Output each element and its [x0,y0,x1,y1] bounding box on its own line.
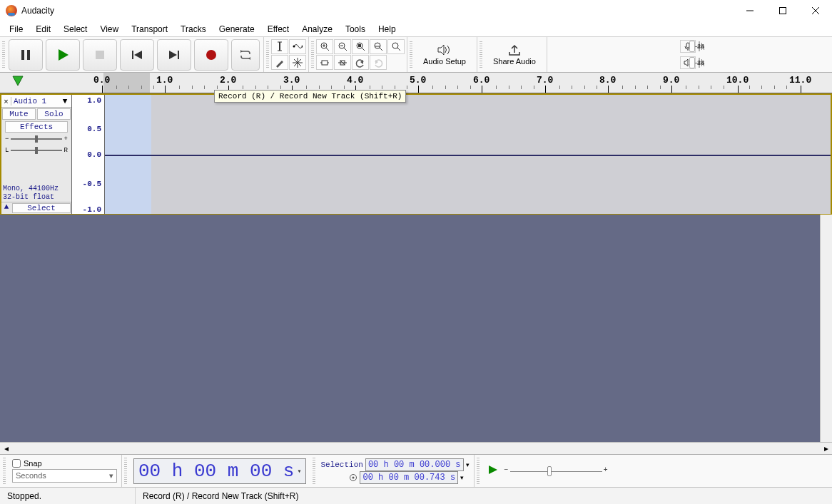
track-select-button[interactable]: Select [12,203,71,213]
toolbar-grip[interactable] [410,41,412,68]
selection-end-readout[interactable]: 00 h 00 m 00.743 s [360,471,458,484]
svg-line-32 [344,48,347,51]
snap-units-select[interactable]: Seconds▾ [12,469,117,483]
transport-toolbar [0,37,264,72]
time-position-readout[interactable]: 00 h 00 m 00 s▾ [133,458,306,484]
pause-button[interactable] [9,39,43,71]
timeline-selection [103,73,150,93]
bottom-toolbar: Snap Seconds▾ 00 h 00 m 00 s▾ Selection … [0,454,832,487]
statusbar: Stopped. Record (R) / Record New Track (… [0,487,832,504]
svg-rect-4 [21,50,24,60]
track-name[interactable]: Audio 1 [11,97,59,106]
undo-icon[interactable] [352,55,369,70]
edit-toolbar [309,37,407,72]
playback-meter-thumb[interactable] [689,57,695,68]
selection-tool-icon[interactable] [271,39,288,54]
selection-label: Selection [320,461,362,469]
timeline-tick: 7.0 [537,75,553,86]
vertical-scrollbar[interactable] [820,215,832,442]
toolbar-grip[interactable] [480,41,482,68]
draw-tool-icon[interactable] [271,55,288,70]
toolbar-grip[interactable] [2,41,5,68]
play-at-speed-button[interactable] [487,464,499,478]
play-button[interactable] [46,39,80,71]
record-meter-thumb[interactable] [689,41,695,52]
svg-marker-51 [13,76,23,86]
skip-start-button[interactable] [120,39,154,71]
silence-icon[interactable] [334,55,351,70]
multi-tool-icon[interactable] [289,55,306,70]
timeline-tick: 9.0 [663,75,679,86]
svg-rect-7 [96,51,104,59]
menu-tracks[interactable]: Tracks [174,21,213,36]
track-menu-dropdown[interactable]: ▼ [59,97,71,106]
envelope-tool-icon[interactable] [289,39,306,54]
svg-marker-14 [248,57,250,60]
record-button[interactable] [194,39,228,71]
selection-start-readout[interactable]: 00 h 00 m 00.000 s [365,458,464,471]
toolbar-grip[interactable] [266,41,269,68]
record-meter[interactable]: L R -48 -24 [680,40,700,53]
pan-slider[interactable]: LR [1,145,71,156]
playback-meter-track[interactable]: L R -48 -24 [699,58,700,68]
toolbar-grip[interactable] [3,458,6,485]
toolbar-grip[interactable] [477,458,480,485]
tracks-panel-empty[interactable] [0,215,832,442]
timeline-tick: 5.0 [410,75,426,86]
record-meter-track[interactable]: L R -48 -24 [699,41,700,51]
menu-analyze[interactable]: Analyze [295,21,339,36]
playback-speed-slider[interactable]: −+ [504,464,608,478]
selection-section: Selection 00 h 00 m 00.000 s▾ 00 h 00 m … [320,455,474,487]
svg-line-38 [362,48,365,51]
zoom-toggle-icon[interactable] [387,39,405,54]
fit-project-icon[interactable] [370,39,387,54]
zoom-out-icon[interactable] [334,39,351,54]
audio-setup-button[interactable]: Audio Setup [415,44,475,66]
solo-button[interactable]: Solo [37,108,71,120]
collapse-icon[interactable]: ▲ [1,202,11,214]
timeline-tick: 10.0 [726,75,749,86]
minimize-button[interactable] [734,0,766,21]
toolbar-grip[interactable] [124,458,127,485]
menu-select[interactable]: Select [57,21,93,36]
gain-slider[interactable]: −+ [1,133,71,145]
menu-effect[interactable]: Effect [261,21,295,36]
waveform-centerline [105,155,831,156]
trim-icon[interactable] [316,55,333,70]
maximize-button[interactable] [766,0,799,21]
playhead-pin-icon[interactable] [12,76,24,87]
amplitude-scale[interactable]: 1.0 0.5 0.0 -0.5 -1.0 [72,95,105,214]
playback-meter[interactable]: L R -48 -24 [680,56,700,69]
menu-view[interactable]: View [93,21,125,36]
skip-end-button[interactable] [157,39,191,71]
snap-checkbox[interactable]: Snap [12,459,117,468]
menu-generate[interactable]: Generate [213,21,261,36]
menu-edit[interactable]: Edit [29,21,57,36]
waveform-area[interactable] [105,95,831,214]
loop-button[interactable] [231,39,260,71]
horizontal-scrollbar[interactable]: ◂ ▸ [0,442,832,454]
toolbar-grip[interactable] [311,41,314,68]
gear-icon[interactable] [349,473,357,482]
timeline-tick: 4.0 [347,75,363,86]
menu-file[interactable]: File [3,21,29,36]
mute-button[interactable]: Mute [2,108,36,120]
menu-transport[interactable]: Transport [125,21,174,36]
track-close-button[interactable]: × [1,97,11,106]
toolbar-grip[interactable] [313,458,315,485]
stop-button[interactable] [83,39,117,71]
scroll-left-icon[interactable]: ◂ [0,443,12,454]
close-button[interactable] [799,0,832,21]
effects-button[interactable]: Effects [5,121,68,133]
redo-icon[interactable] [370,55,387,70]
share-audio-button[interactable]: Share Audio [485,44,544,66]
zoom-in-icon[interactable] [316,39,333,54]
share-audio-toolbar: Share Audio [477,37,547,72]
tooltip: Record (R) / Record New Track (Shift+R) [214,90,406,103]
scroll-right-icon[interactable]: ▸ [820,443,832,454]
svg-marker-47 [438,45,444,55]
menu-help[interactable]: Help [372,21,402,36]
fit-selection-icon[interactable] [352,39,369,54]
menu-tools[interactable]: Tools [339,21,372,36]
timeline-ruler[interactable]: [145,233,322,411,500,588,677,766,854,943… [0,73,832,93]
